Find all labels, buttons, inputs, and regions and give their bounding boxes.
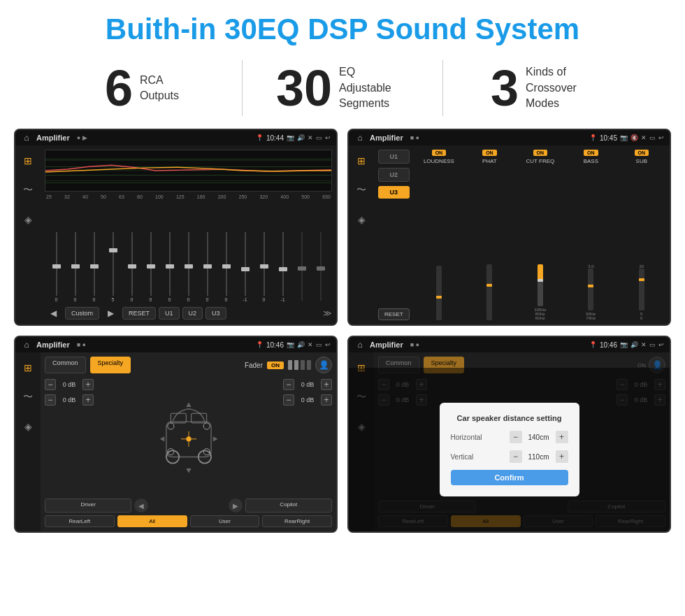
fader-minus-3[interactable]: − (283, 379, 294, 390)
eq-slider-1[interactable]: 0 (48, 232, 65, 302)
fader-side-icon-2[interactable]: 〜 (18, 387, 38, 407)
camera-icon-3: 📷 (287, 341, 294, 348)
fader-minus-1[interactable]: − (45, 379, 56, 390)
cross-u1-btn[interactable]: U1 (378, 150, 410, 164)
eq-side-icon-2[interactable]: 〜 (18, 180, 38, 200)
sub-on-badge: ON (635, 150, 649, 156)
fader-plus-1[interactable]: + (82, 379, 94, 390)
eq-side-icon-1[interactable]: ⊞ (18, 151, 38, 171)
fader-copilot-btn[interactable]: Copilot (245, 499, 332, 513)
dialog-horizontal-plus[interactable]: + (556, 431, 568, 443)
sub-slider-track[interactable] (639, 268, 644, 310)
dialog-vertical-plus[interactable]: + (556, 450, 568, 463)
eq-slider-12[interactable]: 0 (255, 232, 273, 302)
status-title-2: Amplifier (370, 134, 403, 142)
fader-nav-left[interactable]: ◀ (134, 499, 148, 513)
dialog-vertical-minus[interactable]: − (510, 450, 522, 463)
fader-bar-2 (294, 360, 298, 370)
cross-side-icon-1[interactable]: ⊞ (352, 151, 371, 171)
fader-bar-4 (307, 360, 311, 370)
fader-db-row-3: − 0 dB + (283, 379, 332, 390)
fader-plus-3[interactable]: + (321, 379, 332, 390)
profile-icon[interactable]: 👤 (315, 357, 332, 373)
eq-slider-14[interactable] (293, 232, 310, 302)
fader-minus-2[interactable]: − (45, 394, 56, 406)
eq-expand-icon[interactable]: ≫ (323, 308, 332, 318)
home-icon-3[interactable]: ⌂ (21, 339, 32, 350)
cross-side-icon-3[interactable]: ◈ (352, 210, 371, 229)
bass-label: BASS (584, 158, 598, 164)
eq-slider-13[interactable]: -1 (274, 232, 291, 302)
home-icon-4[interactable]: ⌂ (354, 339, 366, 350)
fader-screen-content: ⊞ 〜 ◈ Common Specialty Fader ON (15, 352, 336, 531)
fader-rearright-btn[interactable]: RearRight (262, 515, 332, 527)
eq-slider-10[interactable]: 0 (217, 232, 235, 302)
dialog-horizontal-minus[interactable]: − (510, 431, 522, 443)
bass-slider-track[interactable] (588, 268, 593, 310)
confirm-button[interactable]: Confirm (451, 470, 568, 485)
home-icon-1[interactable]: ⌂ (21, 132, 32, 143)
fader-right-db: − 0 dB + − 0 dB + (283, 379, 332, 496)
eq-next-btn[interactable]: ▶ (102, 306, 120, 320)
loudness-on-badge: ON (432, 150, 447, 156)
fader-rearleft-btn[interactable]: RearLeft (45, 515, 115, 527)
eq-slider-4[interactable]: 5 (104, 232, 122, 302)
fader-side-icon-3[interactable]: ◈ (18, 417, 38, 436)
eq-slider-11[interactable]: -1 (236, 232, 254, 302)
stat-eq-label: EQ AdjustableSegments (339, 64, 409, 111)
fader-all-btn[interactable]: All (117, 515, 187, 527)
home-icon-2[interactable]: ⌂ (354, 132, 366, 143)
eq-curve-svg (45, 150, 331, 191)
eq-u1-btn[interactable]: U1 (159, 307, 180, 320)
cross-phat: ON PHAT (466, 150, 513, 320)
cross-bass: ON BASS 3.0 90Hz 70Hz (567, 150, 614, 320)
location-icon-1: 📍 (256, 134, 264, 141)
car-svg (154, 399, 224, 476)
location-icon-3: 📍 (256, 341, 264, 348)
dialog-overlay: Car speaker distance setting Horizontal … (349, 368, 670, 531)
close-icon-3: ✕ (308, 341, 313, 348)
cross-reset-btn[interactable]: RESET (378, 308, 410, 320)
cutfreq-slider-track[interactable] (538, 264, 543, 306)
eq-slider-15[interactable] (312, 232, 329, 302)
status-icons-3: 📍 10:46 📷 🔊 ✕ ▭ ↩ (256, 341, 331, 349)
eq-reset-btn[interactable]: RESET (122, 307, 156, 320)
fader-minus-4[interactable]: − (283, 394, 294, 406)
location-icon-4: 📍 (589, 341, 597, 348)
cross-side-icon-2[interactable]: 〜 (352, 180, 371, 200)
back-icon-2: ↩ (658, 134, 664, 141)
cross-u3-btn[interactable]: U3 (378, 186, 410, 199)
phat-slider-track[interactable] (486, 264, 492, 320)
eq-u2-btn[interactable]: U2 (182, 307, 203, 320)
fader-bars (288, 360, 311, 370)
eq-slider-5[interactable]: 0 (123, 232, 140, 302)
eq-side-icon-3[interactable]: ◈ (18, 210, 38, 229)
volume-icon-1: 🔊 (297, 134, 305, 141)
eq-u3-btn[interactable]: U3 (206, 307, 226, 320)
tab-common[interactable]: Common (45, 357, 86, 373)
eq-slider-7[interactable]: 0 (161, 232, 178, 302)
fader-plus-4[interactable]: + (321, 394, 332, 406)
fader-driver-btn[interactable]: Driver (45, 499, 131, 513)
loudness-slider-track[interactable] (436, 266, 442, 320)
fader-plus-2[interactable]: + (82, 394, 94, 406)
sub-label: SUB (636, 158, 647, 164)
fader-side-icon-1[interactable]: ⊞ (18, 358, 38, 378)
eq-prev-btn[interactable]: ◀ (45, 306, 62, 320)
dialog-title: Car speaker distance setting (451, 414, 568, 422)
eq-slider-2[interactable]: 0 (66, 232, 84, 302)
eq-slider-8[interactable]: 0 (180, 232, 197, 302)
tab-specialty[interactable]: Specialty (90, 357, 131, 373)
eq-slider-6[interactable]: 0 (142, 232, 159, 302)
eq-slider-3[interactable]: 0 (85, 232, 103, 302)
svg-marker-18 (212, 436, 217, 441)
fader-user-btn[interactable]: User (190, 515, 260, 527)
fader-nav-right[interactable]: ▶ (229, 499, 243, 513)
cross-cutfreq: ON CUT FREQ 100Hz 80Hz 60Hz (517, 150, 564, 320)
eq-custom-label: Custom (65, 307, 99, 320)
fader-db-val-3: 0 dB (297, 381, 318, 388)
cross-u2-btn[interactable]: U2 (378, 168, 410, 182)
dialog-horizontal-value: 140cm (525, 434, 553, 441)
eq-slider-9[interactable]: 0 (199, 232, 216, 302)
cross-side-icons: ⊞ 〜 ◈ (349, 145, 374, 324)
